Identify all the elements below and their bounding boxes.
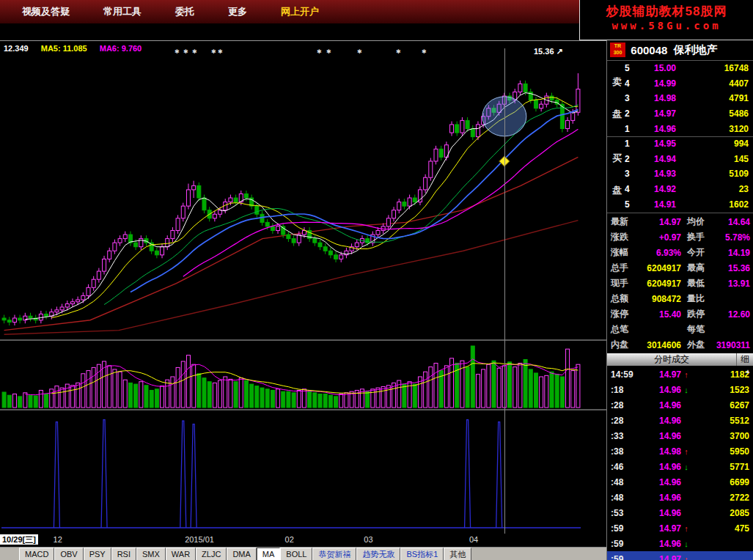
tick-row-2[interactable]: :2814.966267 xyxy=(607,397,753,413)
value: 6204917 xyxy=(636,279,681,289)
tick-trades-title: 分时成交 xyxy=(607,353,736,366)
tick-trades-header: 分时成交 细 xyxy=(607,353,753,366)
quote-panel: TR 300 600048 保利地产 ▲ 卖 盘 买 盘 515.0016748… xyxy=(606,40,753,560)
label: 涨跌 xyxy=(607,231,636,243)
sell-row-5[interactable]: 515.0016748 xyxy=(607,61,753,76)
buy-row-3[interactable]: 314.935109 xyxy=(607,166,753,182)
divider xyxy=(607,213,753,213)
tab-MACD[interactable]: MACD xyxy=(19,548,54,560)
label: 量比 xyxy=(681,292,712,305)
panel-scroll-up-icon[interactable]: ▲ xyxy=(710,46,716,54)
tab-BS指标1[interactable]: BS指标1 xyxy=(400,548,444,560)
main-candlestick-chart[interactable] xyxy=(0,56,606,339)
quote-row-8: 内盘3014606外盘3190311 xyxy=(607,337,753,353)
tick-row-6[interactable]: :4614.96↓5771 xyxy=(607,459,753,474)
high-arrow-icon: ↗ xyxy=(557,47,563,56)
tab-scroll-area[interactable] xyxy=(0,548,19,560)
volume: 23 xyxy=(676,184,753,194)
sell-row-3[interactable]: 314.984791 xyxy=(607,91,753,106)
signal-star-icon: ✱ xyxy=(317,48,322,55)
price: 14.91 xyxy=(635,199,676,210)
buy-row-2[interactable]: 214.94145 xyxy=(607,152,753,167)
tick-row-8[interactable]: :4814.962722 xyxy=(607,490,753,505)
indicator-chart[interactable] xyxy=(0,410,606,534)
level: 4 xyxy=(625,78,635,89)
tab-MA[interactable]: MA xyxy=(257,548,281,560)
tab-PSY[interactable]: PSY xyxy=(84,548,111,560)
index-badge: TR 300 xyxy=(610,43,625,57)
tick-row-1[interactable]: :1814.96↓1523 xyxy=(607,382,753,397)
menu-item-3[interactable]: 更多 xyxy=(228,5,247,18)
buy-row-5[interactable]: 514.911602 xyxy=(607,196,753,212)
label: 外盘 xyxy=(681,339,712,351)
label: 总额 xyxy=(607,292,636,305)
value: 14.19 xyxy=(712,248,753,258)
tick-volume: 5950 xyxy=(691,446,753,457)
quote-grid: 最新14.97均价14.64涨跌+0.97换手5.78%涨幅6.93%今开14.… xyxy=(607,214,753,353)
tick-detail-button[interactable]: 细 xyxy=(736,353,753,366)
quote-row-0: 最新14.97均价14.64 xyxy=(607,214,753,229)
tick-row-9[interactable]: :5314.962085 xyxy=(607,505,753,520)
tab-BOLL[interactable]: BOLL xyxy=(280,548,312,560)
sell-row-1[interactable]: 114.963120 xyxy=(607,121,753,136)
tab-OBV[interactable]: OBV xyxy=(54,548,83,560)
tick-row-10[interactable]: :5914.97↑475 xyxy=(607,520,753,536)
quote-row-2: 涨幅6.93%今开14.19 xyxy=(607,245,753,260)
value: 3014606 xyxy=(636,340,681,350)
label: 涨幅 xyxy=(607,246,636,259)
tick-row-0[interactable]: 14:5914.97↑1182 xyxy=(607,366,753,382)
tick-price: 14.96 xyxy=(640,477,681,487)
tick-row-12[interactable]: :5914.97↑ xyxy=(607,551,753,560)
tab-ZLJC[interactable]: ZLJC xyxy=(196,548,227,560)
tab-恭贺新禧[interactable]: 恭贺新禧 xyxy=(312,548,356,560)
level: 3 xyxy=(625,169,635,179)
tick-row-11[interactable]: :5914.96↓ xyxy=(607,536,753,551)
tab-DMA[interactable]: DMA xyxy=(227,548,256,560)
price: 14.94 xyxy=(635,154,676,164)
value: 15.36 xyxy=(712,263,753,273)
tab-SMX[interactable]: SMX xyxy=(136,548,166,560)
stock-code: 600048 xyxy=(631,44,667,56)
tick-row-4[interactable]: :3314.963700 xyxy=(607,428,753,443)
tick-direction-icon: ↓ xyxy=(681,386,691,394)
label: 总笔 xyxy=(607,323,636,336)
tick-volume: 1523 xyxy=(691,385,753,395)
level: 3 xyxy=(625,93,635,103)
price: 14.95 xyxy=(635,139,676,149)
tab-WAR[interactable]: WAR xyxy=(166,548,196,560)
volume-chart[interactable] xyxy=(0,341,606,409)
tick-price: 14.96 xyxy=(640,385,681,395)
menu-item-2[interactable]: 委托 xyxy=(175,5,194,18)
signal-star-icon: ✱ xyxy=(211,48,216,55)
menu-item-4[interactable]: 网上开户 xyxy=(281,5,319,18)
label: 最高 xyxy=(681,262,712,274)
watermark-block: 炒股辅助教材58股网 www.58Gu.com xyxy=(579,0,753,40)
value: 3190311 xyxy=(712,340,753,350)
tick-scroll-up-icon[interactable]: ▲ xyxy=(745,368,751,375)
menu-item-0[interactable]: 视频及答疑 xyxy=(22,5,70,18)
value: 6204917 xyxy=(636,263,681,273)
tick-time: :48 xyxy=(607,477,640,487)
buy-row-4[interactable]: 414.9223 xyxy=(607,182,753,197)
signal-star-icon: ✱ xyxy=(218,48,223,55)
divider xyxy=(607,136,753,137)
tick-row-3[interactable]: :2814.965512 xyxy=(607,413,753,428)
sell-row-2[interactable]: 214.975486 xyxy=(607,106,753,122)
indicator-tab-bar: MACDOBVPSYRSISMXWARZLJCDMAMABOLL恭贺新禧趋势无敌… xyxy=(0,547,606,560)
tab-RSI[interactable]: RSI xyxy=(111,548,136,560)
signal-star-icon: ✱ xyxy=(326,48,331,55)
level: 2 xyxy=(625,108,635,119)
tab-趋势无敌[interactable]: 趋势无敌 xyxy=(356,548,400,560)
menu-item-1[interactable]: 常用工具 xyxy=(103,5,142,18)
price: 14.97 xyxy=(635,108,676,119)
sell-row-4[interactable]: 414.994407 xyxy=(607,76,753,92)
tick-trades-list: 14:5914.97↑1182:1814.96↓1523:2814.966267… xyxy=(607,366,753,560)
tick-row-5[interactable]: :3814.98↑5950 xyxy=(607,443,753,459)
label: 换手 xyxy=(681,231,712,243)
tick-row-7[interactable]: :4814.966699 xyxy=(607,474,753,490)
signal-star-icon: ✱ xyxy=(357,48,362,55)
tab-其他[interactable]: 其他 xyxy=(444,548,471,560)
ma5-legend: MA5: 11.085 xyxy=(41,44,87,53)
tick-time: :59 xyxy=(607,523,640,534)
buy-row-1[interactable]: 114.95994 xyxy=(607,136,753,152)
